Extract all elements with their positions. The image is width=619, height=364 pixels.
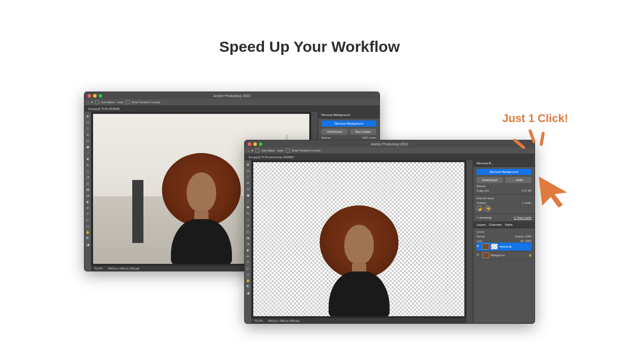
heal-tool-icon[interactable]: ✚ [85, 156, 91, 162]
home-icon[interactable]: ⌂ [87, 101, 89, 104]
eraser-tool-icon[interactable]: ◫ [245, 229, 251, 234]
titlebar: Adobe Photoshop 2022 [84, 92, 379, 99]
status-zoom: 70,27% [254, 319, 263, 322]
type-tool-icon[interactable]: T [85, 211, 91, 217]
pen-tool-icon[interactable]: ✒ [85, 205, 91, 210]
tab-paths[interactable]: Paths [505, 223, 512, 226]
dodge-tool-icon[interactable]: ◐ [85, 199, 91, 204]
dodge-tool-icon[interactable]: ◐ [245, 247, 251, 253]
window-title: Adobe Photoshop 2022 [245, 142, 535, 146]
visibility-icon[interactable]: 👁 [477, 245, 481, 249]
opacity-value[interactable]: 100% [525, 235, 532, 238]
layer-row[interactable]: 👁 Background 🔒 [477, 251, 532, 260]
charged-label: Charged [477, 201, 486, 204]
zoom-tool-icon[interactable]: 🔍 [85, 235, 91, 241]
stamp-tool-icon[interactable]: ⟐ [245, 217, 251, 222]
plugin-panel-header[interactable]: Remove Background [318, 112, 379, 118]
tab-layers[interactable]: Layers [477, 223, 486, 226]
collapsed-panels[interactable] [466, 160, 473, 323]
zoom-tool-icon[interactable]: 🔍 [245, 284, 251, 289]
blur-tool-icon[interactable]: ◔ [245, 241, 251, 247]
left-toolbar: ✥ ▭ ⌇ ✶ ⊡ ▣ ⟋ ✚ ✎ ⟐ ↺ ◫ ▤ ◔ ◐ ✒ T ▷ ▢ ✋ [245, 160, 251, 323]
show-transform-checkbox[interactable] [126, 100, 130, 104]
auto-select-checkbox[interactable] [255, 148, 259, 153]
thumbs-down-icon[interactable]: 👎 [485, 205, 491, 211]
fill-value[interactable]: 100% [525, 239, 532, 242]
history-brush-icon[interactable]: ↺ [85, 174, 91, 180]
layer-filter[interactable]: Q Kind [477, 230, 484, 233]
eyedropper-tool-icon[interactable]: ⟋ [245, 198, 251, 204]
brush-tool-icon[interactable]: ✎ [245, 210, 251, 216]
move-tool-icon[interactable]: ✥ [251, 149, 253, 152]
remove-background-button[interactable]: Remove Background [321, 120, 376, 127]
home-icon[interactable]: ⌂ [248, 149, 249, 152]
lasso-tool-icon[interactable]: ⌇ [85, 126, 91, 131]
how-it-works-link[interactable]: ⓘ How it works [514, 216, 532, 219]
comparison-stage: Adobe Photoshop 2022 ⌂ ✥ Auto-Select: La… [0, 92, 619, 356]
auto-select-label: Auto-Select: [261, 149, 275, 152]
layer-name: remove.bg [499, 245, 512, 248]
cursor-arrow-icon [535, 173, 571, 210]
auto-select-checkbox[interactable] [95, 100, 99, 104]
layers-panel-tabs: Layers Channels Paths [474, 222, 535, 228]
show-transform-checkbox[interactable] [286, 148, 290, 153]
auto-select-value[interactable]: Layer [117, 101, 124, 104]
buy-credits-button[interactable]: Buy credits [350, 129, 376, 135]
document-tabs: Eva.jpg @ 70,3% (remove.bg, RGB/8#) * [245, 154, 535, 160]
dashboard-button[interactable]: Dashboard [321, 129, 348, 135]
tab-channels[interactable]: Channels [489, 223, 502, 226]
history-brush-icon[interactable]: ↺ [245, 223, 251, 228]
left-toolbar: ✥ ▭ ⌇ ✶ ⊡ ▣ ⟋ ✚ ✎ ⟐ ↺ ◫ ▤ ◔ ◐ ✒ T ▷ ▢ ✋ [84, 112, 91, 271]
layer-name: Background [491, 254, 505, 257]
crop-tool-icon[interactable]: ⊡ [245, 186, 251, 192]
marquee-tool-icon[interactable]: ▭ [85, 119, 91, 125]
document-tab[interactable]: Eva.jpg @ 70,3% (RGB/8#) [89, 107, 120, 110]
move-tool-icon[interactable]: ✥ [85, 113, 91, 119]
status-zoom: 70,27% [94, 267, 103, 270]
layer-row[interactable]: 👁 remove.bg [477, 242, 532, 251]
photoshop-window-after: Adobe Photoshop 2022 ⌂ ✥ Auto-Select: La… [244, 140, 535, 324]
wand-tool-icon[interactable]: ✶ [245, 180, 251, 186]
blur-tool-icon[interactable]: ◔ [85, 193, 91, 198]
pen-tool-icon[interactable]: ✒ [245, 253, 251, 259]
thumbs-up-icon[interactable]: 👍 [477, 205, 483, 211]
hand-tool-icon[interactable]: ✋ [245, 278, 251, 283]
stamp-tool-icon[interactable]: ⟐ [85, 168, 91, 174]
frame-tool-icon[interactable]: ▣ [245, 192, 251, 198]
layer-thumbnail [482, 252, 489, 258]
move-tool-icon[interactable]: ✥ [245, 162, 251, 167]
lasso-tool-icon[interactable]: ⌇ [245, 174, 251, 179]
type-tool-icon[interactable]: T [245, 259, 251, 265]
balance-value: 9493 credits [363, 136, 376, 139]
show-transform-label: Show Transform Controls [292, 149, 320, 152]
image-size-value: 8.37 MP [522, 189, 532, 192]
canvas[interactable] [251, 160, 466, 318]
auto-select-value[interactable]: Layer [277, 149, 284, 152]
visibility-icon[interactable]: 👁 [477, 253, 481, 257]
blend-mode[interactable]: Normal [477, 235, 485, 238]
eraser-tool-icon[interactable]: ◫ [85, 180, 91, 186]
path-tool-icon[interactable]: ▷ [85, 217, 91, 223]
frame-tool-icon[interactable]: ▣ [85, 144, 91, 149]
crop-tool-icon[interactable]: ⊡ [85, 138, 91, 143]
titlebar: Adobe Photoshop 2022 [245, 140, 535, 147]
document-tab[interactable]: Eva.jpg @ 70,3% (remove.bg, RGB/8#) * [249, 156, 295, 159]
balance-value: ... [529, 185, 532, 188]
gradient-tool-icon[interactable]: ▤ [245, 235, 251, 240]
headline: Speed Up Your Workflow [0, 38, 619, 55]
dashboard-button[interactable]: Dashboard [477, 177, 503, 183]
heal-tool-icon[interactable]: ✚ [245, 204, 251, 210]
path-tool-icon[interactable]: ▷ [245, 265, 251, 271]
shape-tool-icon[interactable]: ▢ [245, 271, 251, 277]
show-transform-label: Show Transform Controls [132, 101, 160, 104]
brush-tool-icon[interactable]: ✎ [85, 162, 91, 168]
shape-tool-icon[interactable]: ▢ [85, 223, 91, 229]
gradient-tool-icon[interactable]: ▤ [85, 187, 91, 192]
wand-tool-icon[interactable]: ✶ [85, 132, 91, 137]
fg-bg-swatch-icon[interactable]: ◪ [245, 290, 251, 295]
hand-tool-icon[interactable]: ✋ [85, 229, 91, 235]
fg-bg-swatch-icon[interactable]: ◪ [85, 241, 91, 247]
eyedropper-tool-icon[interactable]: ⟋ [85, 150, 91, 156]
move-tool-icon[interactable]: ✥ [91, 101, 93, 104]
marquee-tool-icon[interactable]: ▭ [245, 168, 251, 173]
